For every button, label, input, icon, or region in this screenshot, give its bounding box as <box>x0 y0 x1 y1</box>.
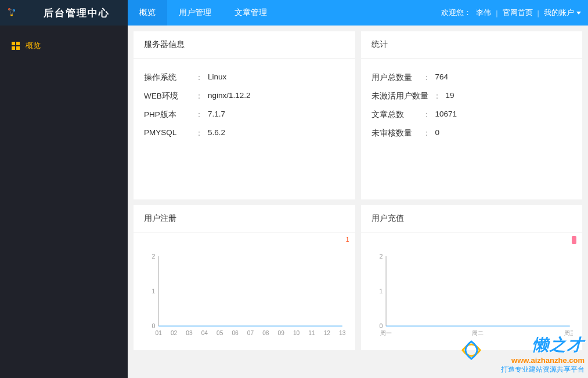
svg-text:周三: 周三 <box>564 330 573 336</box>
svg-text:11: 11 <box>308 330 315 336</box>
top-nav: 概览 用户管理 文章管理 <box>128 0 279 26</box>
info-label: PMYSQL <box>144 128 190 139</box>
sidebar-item-label: 概览 <box>26 41 41 51</box>
svg-text:2: 2 <box>151 253 155 260</box>
info-label: PHP版本 <box>144 110 190 120</box>
info-line: PHP版本：7.1.7 <box>144 110 345 120</box>
chart-badge: 1 <box>345 236 349 243</box>
username-link[interactable]: 李伟 <box>476 8 491 18</box>
card-title: 统计 <box>361 31 583 59</box>
info-line: 用户总数量：764 <box>371 72 572 83</box>
card-title: 服务器信息 <box>134 31 355 59</box>
card-title: 用户充值 <box>361 205 583 232</box>
svg-text:13: 13 <box>339 330 345 336</box>
home-link[interactable]: 官网首页 <box>503 8 533 18</box>
colon: ： <box>423 128 431 139</box>
nav-users[interactable]: 用户管理 <box>167 0 223 26</box>
user-recharge-chart-card: 用户充值 012周一周二周三 <box>361 205 583 350</box>
top-header: 后台管理中心 概览 用户管理 文章管理 欢迎您： 李伟 | 官网首页 | 我的账… <box>0 0 588 26</box>
header-right: 欢迎您： 李伟 | 官网首页 | 我的账户 <box>441 8 588 18</box>
colon: ： <box>195 91 203 101</box>
info-value: 764 <box>435 72 449 83</box>
svg-text:0: 0 <box>379 322 383 329</box>
info-line: WEB环境：nginx/1.12.2 <box>144 91 345 101</box>
svg-text:02: 02 <box>171 330 178 336</box>
server-info-card: 服务器信息 操作系统：LinuxWEB环境：nginx/1.12.2PHP版本：… <box>134 31 355 199</box>
svg-text:07: 07 <box>247 330 254 336</box>
account-dropdown[interactable]: 我的账户 <box>544 8 581 18</box>
info-value: nginx/1.12.2 <box>208 91 251 101</box>
svg-rect-3 <box>12 42 15 45</box>
svg-text:12: 12 <box>324 330 331 336</box>
info-value: 0 <box>435 128 440 139</box>
info-line: 文章总数：10671 <box>371 110 572 120</box>
svg-rect-4 <box>16 42 20 45</box>
svg-text:1: 1 <box>151 288 155 295</box>
card-title: 用户注册 <box>134 205 355 232</box>
brand-title: 后台管理中心 <box>26 0 128 26</box>
colon: ： <box>195 72 203 83</box>
svg-text:周一: 周一 <box>380 330 392 336</box>
svg-text:09: 09 <box>278 330 285 336</box>
svg-text:2: 2 <box>379 253 383 260</box>
svg-text:1: 1 <box>379 288 383 295</box>
info-line: 未审核数量：0 <box>371 128 572 139</box>
info-value: 19 <box>446 91 454 101</box>
svg-text:10: 10 <box>293 330 300 336</box>
grid-icon <box>12 42 20 50</box>
svg-text:06: 06 <box>232 330 239 336</box>
info-label: 操作系统 <box>144 72 190 83</box>
svg-text:0: 0 <box>151 322 155 329</box>
sidebar-item-overview[interactable]: 概览 <box>0 35 128 57</box>
user-reg-chart-card: 用户注册 1 01201020304050607080910111213 <box>134 205 355 350</box>
info-label: 文章总数 <box>371 110 418 120</box>
nav-overview[interactable]: 概览 <box>128 0 167 26</box>
info-value: 10671 <box>435 110 457 120</box>
welcome-prefix: 欢迎您： <box>441 8 471 18</box>
colon: ： <box>433 91 441 101</box>
line-chart: 01201020304050607080910111213 <box>143 249 346 341</box>
colon: ： <box>423 72 431 83</box>
chart-badge <box>572 236 576 244</box>
chevron-down-icon <box>576 12 581 14</box>
line-chart: 012周一周二周三 <box>370 249 573 341</box>
info-label: 未审核数量 <box>371 128 418 139</box>
info-label: WEB环境 <box>144 91 190 101</box>
info-value: 5.6.2 <box>208 128 225 139</box>
main-content: 服务器信息 操作系统：LinuxWEB环境：nginx/1.12.2PHP版本：… <box>128 26 588 378</box>
info-line: 未激活用户数量：19 <box>371 91 572 101</box>
svg-text:08: 08 <box>262 330 269 336</box>
svg-text:周二: 周二 <box>472 330 484 336</box>
stats-card: 统计 用户总数量：764未激活用户数量：19文章总数：10671未审核数量：0 <box>361 31 583 199</box>
account-label: 我的账户 <box>544 8 574 18</box>
info-line: PMYSQL：5.6.2 <box>144 128 345 139</box>
svg-rect-6 <box>16 46 20 50</box>
info-line: 操作系统：Linux <box>144 72 345 83</box>
colon: ： <box>195 110 203 120</box>
separator: | <box>496 9 497 17</box>
svg-rect-5 <box>12 46 15 50</box>
svg-text:03: 03 <box>186 330 193 336</box>
svg-text:01: 01 <box>156 330 163 336</box>
info-label: 用户总数量 <box>371 72 418 83</box>
nav-articles[interactable]: 文章管理 <box>223 0 279 26</box>
info-value: 7.1.7 <box>208 110 225 120</box>
separator: | <box>538 9 539 17</box>
colon: ： <box>195 128 203 139</box>
colon: ： <box>423 110 431 120</box>
svg-text:05: 05 <box>217 330 223 336</box>
svg-text:04: 04 <box>201 330 208 336</box>
info-label: 未激活用户数量 <box>371 91 428 101</box>
sidebar: 概览 <box>0 26 128 378</box>
info-value: Linux <box>208 72 226 83</box>
logo-icon <box>0 0 26 26</box>
